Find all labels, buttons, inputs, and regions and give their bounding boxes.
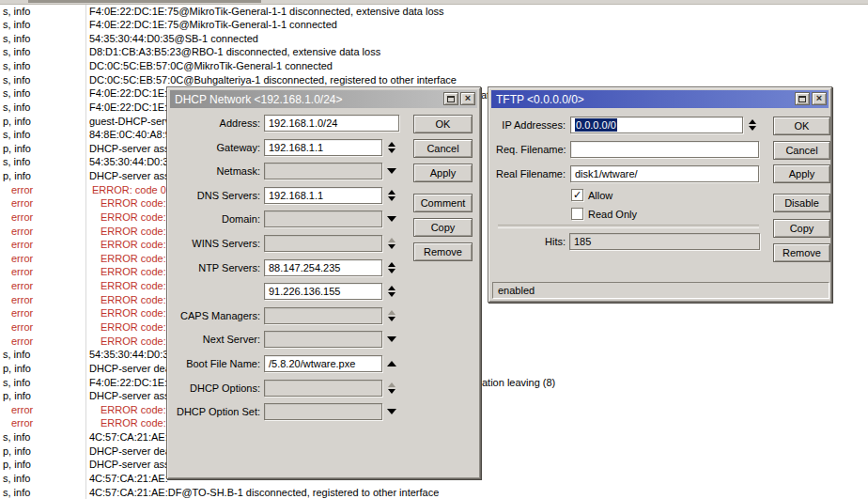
log-row[interactable]: s, infoDC:0C:5C:EB:57:0C@Buhgalteriya-1 …: [0, 73, 868, 88]
disable-button[interactable]: Disable: [773, 194, 830, 212]
dhcp-dialog-titlebar[interactable]: DHCP Network <192.168.1.0/24> ×: [170, 90, 477, 108]
dropdown-icon[interactable]: [387, 216, 396, 222]
spinner-down-icon[interactable]: [388, 269, 395, 273]
spinner-down-icon[interactable]: [749, 126, 756, 131]
maximize-glyph: [798, 96, 806, 102]
allow-checkbox[interactable]: ✓: [571, 189, 583, 201]
remove-button[interactable]: Remove: [773, 243, 830, 262]
close-glyph: ×: [465, 93, 471, 103]
address-field[interactable]: 192.168.1.0/24: [264, 115, 399, 132]
cancel-button[interactable]: Cancel: [413, 139, 473, 158]
boot-file-name-spinner[interactable]: [385, 355, 398, 372]
apply-button[interactable]: Apply: [413, 164, 473, 182]
log-message-cell: DHCP-server ass: [86, 458, 170, 471]
gateway-spinner[interactable]: [385, 139, 398, 156]
log-message-cell: F4:0E:22:DC:1E:: [86, 101, 167, 114]
spinner-up-icon: [388, 310, 395, 315]
spinner-down-icon[interactable]: [388, 148, 395, 153]
cancel-button[interactable]: Cancel: [773, 141, 830, 160]
gateway-field[interactable]: 192.168.1.1: [264, 139, 382, 156]
boot-file-name-label: Boot File Name:: [175, 355, 260, 372]
spinner-down-icon[interactable]: [388, 292, 395, 297]
log-topic-cell: s, info: [0, 430, 86, 444]
log-topic-cell: s, info: [0, 5, 86, 19]
log-message-cell: ERROR code:: [86, 225, 166, 238]
log-message-cell: ERROR code:: [86, 265, 166, 278]
ip-addresses-field[interactable]: 0.0.0.0/0: [570, 117, 743, 133]
log-topic-cell: error: [0, 183, 86, 197]
log-row[interactable]: s, infoF4:0E:22:DC:1E:75@MikroTik-Genera…: [0, 18, 868, 33]
ntp-servers-2-field[interactable]: 91.226.136.155: [264, 283, 382, 300]
maximize-icon[interactable]: [795, 92, 810, 105]
dropdown-icon[interactable]: [387, 336, 396, 342]
log-topic-cell: error: [0, 293, 86, 307]
ip-addresses-spinner[interactable]: [746, 117, 759, 133]
log-topic-cell: error: [0, 238, 86, 252]
spinner-up-icon[interactable]: [749, 119, 756, 124]
dhcp-dialog-title: DHCP Network <192.168.1.0/24>: [175, 93, 343, 106]
log-topic-cell: s, info: [0, 18, 86, 32]
spinner-up-icon[interactable]: [388, 286, 395, 290]
log-row[interactable]: s, info4C:57:CA:21:AE:DF@TO-SH.B-1 disco…: [0, 486, 868, 499]
copy-button[interactable]: Copy: [773, 219, 830, 238]
log-topic-cell: error: [0, 211, 86, 225]
log-row[interactable]: s, info54:35:30:44:D0:35@SB-1 connected: [0, 32, 868, 47]
log-message-cell: DHCP-server dea: [86, 362, 171, 375]
log-message-cell: ERROR code:: [86, 320, 166, 334]
wins-servers-spinner: [385, 235, 398, 252]
ok-button[interactable]: OK: [773, 117, 830, 135]
spinner-down-icon[interactable]: [388, 244, 395, 249]
boot-file-name-field[interactable]: /5.8.20/wtware.pxe: [264, 355, 382, 372]
log-message-cell: 84:8E:0C:40:A8:9: [86, 128, 171, 141]
apply-button[interactable]: Apply: [773, 164, 830, 183]
close-icon[interactable]: ×: [812, 92, 827, 105]
log-topic-cell: p, info: [0, 115, 86, 129]
maximize-icon[interactable]: [443, 92, 458, 105]
spinner-up-icon[interactable]: [388, 190, 395, 195]
dhcp-network-dialog: DHCP Network <192.168.1.0/24> × Address:…: [166, 86, 481, 479]
log-message-cell: 54:35:30:44:D0:3: [86, 348, 168, 361]
close-icon[interactable]: ×: [460, 92, 475, 105]
dns-servers-field[interactable]: 192.168.1.1: [264, 187, 382, 204]
req-filename-field[interactable]: [570, 141, 759, 158]
log-message-cell: ERROR code:: [86, 403, 166, 416]
log-row[interactable]: s, infoF4:0E:22:DC:1E:75@MikroTik-Genera…: [0, 5, 868, 20]
dns-servers-label: DNS Servers:: [175, 187, 260, 204]
caps-managers-label: CAPS Managers:: [175, 307, 260, 324]
dhcp-option-set-field: [264, 403, 382, 420]
spinner-down-icon[interactable]: [388, 389, 395, 394]
ok-button[interactable]: OK: [413, 115, 473, 133]
dns-servers-spinner[interactable]: [385, 187, 398, 204]
dhcp-options-field: [264, 380, 382, 397]
netmask-field: [264, 163, 382, 179]
tftp-dialog-titlebar[interactable]: TFTP <0.0.0.0/0> ×: [491, 90, 829, 108]
log-topic-cell: p, info: [0, 444, 86, 459]
comment-button[interactable]: Comment: [413, 194, 473, 212]
read-only-checkbox[interactable]: [571, 208, 583, 220]
log-topic-cell: p, info: [0, 169, 86, 183]
log-row[interactable]: s, infoDC:0C:5C:EB:57:0C@MikroTik-Genera…: [0, 59, 868, 74]
dropdown-icon[interactable]: [387, 168, 396, 174]
log-topic-cell: p, info: [0, 142, 86, 156]
ntp-servers-spinner[interactable]: [385, 259, 398, 276]
divider: [498, 225, 759, 228]
log-topic-cell: s, info: [0, 101, 86, 115]
log-message-fragment: ation leaving (8): [482, 376, 555, 389]
ntp-servers-2-spinner[interactable]: [385, 283, 398, 300]
real-filename-field[interactable]: disk1/wtware/: [570, 165, 759, 182]
spinner-up-icon[interactable]: [388, 262, 395, 267]
dropdown-icon[interactable]: [387, 409, 396, 414]
spinner-up-icon[interactable]: [387, 361, 396, 366]
domain-spinner: [385, 211, 398, 227]
next-server-field: [264, 331, 382, 348]
wins-servers-label: WINS Servers:: [175, 235, 260, 252]
spinner-down-icon[interactable]: [388, 196, 395, 201]
spinner-up-icon[interactable]: [388, 142, 395, 147]
remove-button[interactable]: Remove: [413, 242, 473, 261]
copy-button[interactable]: Copy: [413, 218, 473, 237]
spinner-down-icon[interactable]: [388, 317, 395, 321]
log-row[interactable]: s, infoD8:D1:CB:A3:B5:23@RBO-1 disconnec…: [0, 45, 868, 60]
hits-label: Hits:: [496, 233, 566, 250]
ntp-servers-field[interactable]: 88.147.254.235: [264, 259, 382, 276]
dhcp-option-set-label: DHCP Option Set:: [175, 403, 260, 420]
